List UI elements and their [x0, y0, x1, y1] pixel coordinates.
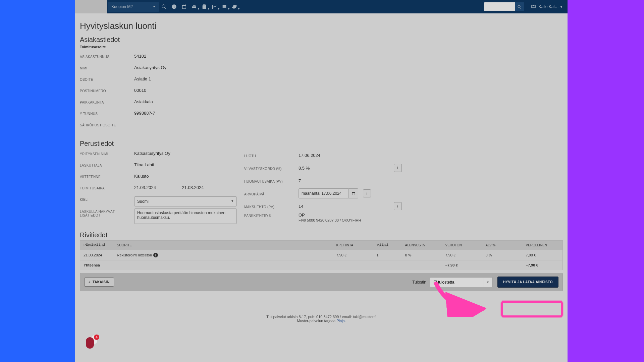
support-widget[interactable]: 4: [86, 335, 99, 349]
calendar-button[interactable]: [349, 188, 358, 198]
cell-pvm: 21.03.2024: [80, 250, 114, 260]
table-row: 21.03.2024 Rekisteröinti liitteetöni 7,9…: [80, 250, 563, 260]
total-veroton: −7,90 €: [442, 260, 482, 270]
label-huomautusaika: HUOMAUTUSAIKA (PV): [244, 178, 299, 183]
footer-provider-line: Muster-palvelun tarjoaa Pinja.: [80, 319, 563, 323]
provider-link[interactable]: Pinja: [336, 319, 344, 323]
extra-info-textarea[interactable]: Huomautuslaskusta peritään hinnaston muk…: [134, 208, 237, 224]
col-verollinen: VEROLLINEN: [523, 241, 563, 250]
user-name-label: Kalle Kat…: [539, 4, 559, 9]
info-button-arvopaiva[interactable]: i: [363, 189, 371, 197]
value-date-input[interactable]: [299, 188, 349, 198]
value-postinumero: 00010: [134, 88, 146, 93]
delivery-heading: Toimitusosoite: [80, 45, 563, 49]
arrow-left-icon: «: [89, 280, 91, 284]
total-verollinen: −7,90 €: [523, 260, 563, 270]
page-title: Hyvityslaskun luonti: [80, 21, 563, 31]
cell-suorite: Rekisteröinti liitteetöni: [114, 250, 333, 260]
label-arvopaiva: ARVOPÄIVÄ: [244, 191, 299, 196]
list-icon[interactable]: ▼: [219, 0, 229, 13]
content: Hyvityslaskun luonti Asiakastiedot Toimi…: [75, 13, 568, 327]
basics-section-title: Perustiedot: [80, 140, 563, 147]
site-selector[interactable]: Kuopion M2 ▼: [108, 2, 159, 12]
value-pankki-iban: FI49 5000 9420 0287 30 / OKOYFIHH: [299, 218, 361, 222]
col-pvm: PÄIVÄMÄÄRÄ: [80, 241, 114, 250]
label-maksuehto: MAKSUEHTO (PV): [244, 204, 299, 209]
label-asiakastunnus: ASIAKASTUNNUS: [80, 54, 134, 59]
footer-bar: « TAKAISIN Tulostin Ei tulostetta ▾ HYVI…: [80, 273, 563, 291]
value-toimitusaika: 21.03.2024 – 21.03.2024: [134, 185, 204, 190]
brand-logo: [75, 0, 107, 13]
lines-table: PÄIVÄMÄÄRÄ SUORITE KPL HINTA MÄÄRÄ ALENN…: [80, 240, 563, 270]
value-viivastyskorko: 8.5 %: [299, 166, 389, 171]
search-icon[interactable]: [159, 0, 169, 13]
label-laskuttaja: LASKUTTAJA: [80, 162, 134, 167]
back-button-label: TAKAISIN: [93, 280, 109, 284]
table-header-row: PÄIVÄMÄÄRÄ SUORITE KPL HINTA MÄÄRÄ ALENN…: [80, 241, 563, 250]
value-laskuttaja: Tiina Lahti: [134, 162, 154, 167]
label-luotu: LUOTU: [244, 153, 299, 158]
label-paikkakunta: PAIKKAKUNTA: [80, 99, 134, 104]
chevron-down-icon: ▾: [487, 280, 489, 284]
col-veroton: VEROTON: [442, 241, 482, 250]
value-paikkakunta: Asiakkala: [134, 99, 153, 104]
info-button-maksuehto[interactable]: i: [394, 202, 402, 210]
col-maara: MÄÄRÄ: [373, 241, 402, 250]
value-huomautusaika: 7: [299, 178, 301, 183]
cell-kpl: 7,90 €: [333, 250, 373, 260]
label-ytunnus: Y-TUNNUS: [80, 111, 134, 116]
chart-icon[interactable]: ▼: [209, 0, 219, 13]
label-viivastyskorko: VIIVÄSTYSKORKO (%): [244, 166, 299, 171]
car-icon[interactable]: ▼: [189, 0, 199, 13]
clipboard-icon[interactable]: ▼: [199, 0, 209, 13]
value-viite: Kalusto: [134, 174, 149, 179]
label-nimi: NIMI: [80, 65, 134, 70]
global-search-input[interactable]: [484, 2, 515, 11]
table-total-row: Yhteensä −7,90 € −7,90 €: [80, 260, 563, 270]
value-asiakastunnus: 54102: [134, 54, 146, 59]
printer-select-caret[interactable]: ▾: [483, 277, 493, 287]
footer-support-line: Tukipalvelut arkisin 8-17, puh: 010 3472…: [80, 315, 563, 319]
cell-verollinen: 7,90 €: [523, 250, 563, 260]
info-button-viivastyskorko[interactable]: i: [394, 164, 402, 172]
topbar: Kuopion M2 ▼ ▼ ▼ ▼ ▼ ▼ Kalle Kat… ▼: [75, 0, 568, 13]
col-alv: ALV %: [482, 241, 523, 250]
credit-and-download-button[interactable]: HYVITÄ JA LATAA AINEISTO: [497, 277, 558, 288]
col-suorite: SUORITE: [114, 241, 333, 250]
label-email: SÄHKÖPOSTIOSOITE: [80, 122, 134, 127]
site-selector-label: Kuopion M2: [111, 4, 133, 9]
label-yritys: YRITYKSEN NIMI: [80, 151, 134, 156]
back-button[interactable]: « TAKAISIN: [84, 278, 114, 287]
value-ytunnus: 9998887-7: [134, 111, 155, 116]
language-select[interactable]: Suomi: [134, 196, 237, 206]
gear-icon[interactable]: ▼: [229, 0, 239, 13]
info-icon[interactable]: [169, 0, 179, 13]
user-menu[interactable]: Kalle Kat… ▼: [539, 4, 563, 9]
notification-badge: 4: [94, 335, 99, 340]
value-maksuehto: 14: [299, 204, 389, 209]
cell-alv: 0 %: [482, 250, 523, 260]
label-lisatiedot: LASKULLA NÄKYVÄT LISÄTIEDOT: [80, 208, 134, 217]
chevron-down-icon: ▼: [560, 5, 563, 9]
info-icon[interactable]: i: [153, 253, 158, 257]
printer-select[interactable]: Ei tulostetta: [430, 277, 483, 287]
value-luotu: 17.06.2024: [299, 153, 320, 158]
printer-label: Tulostin: [412, 280, 426, 285]
total-label: Yhteensä: [80, 260, 442, 270]
cell-veroton: 7,90 €: [442, 250, 482, 260]
col-alennus: ALENNUS %: [402, 241, 442, 250]
printer-select-value: Ei tulostetta: [433, 280, 454, 285]
label-pankki: PANKKIYHTEYS: [244, 213, 299, 218]
lines-section-title: Rivitiedot: [80, 231, 563, 239]
label-toimitusaika: TOIMITUSAIKA: [80, 185, 134, 190]
customer-section-title: Asiakastiedot: [80, 36, 563, 44]
calendar-icon[interactable]: [179, 0, 189, 13]
mail-icon[interactable]: [531, 4, 536, 10]
chevron-down-icon: ▼: [153, 5, 156, 8]
value-date-group: [299, 188, 358, 198]
page-footer: Tukipalvelut arkisin 8-17, puh: 010 3472…: [80, 315, 563, 327]
label-viite: VIITTEENNE: [80, 174, 134, 179]
value-yritys: Katsastusyritys Oy: [134, 151, 170, 156]
cell-alennus: 0 %: [402, 250, 442, 260]
global-search-button[interactable]: [515, 2, 524, 11]
